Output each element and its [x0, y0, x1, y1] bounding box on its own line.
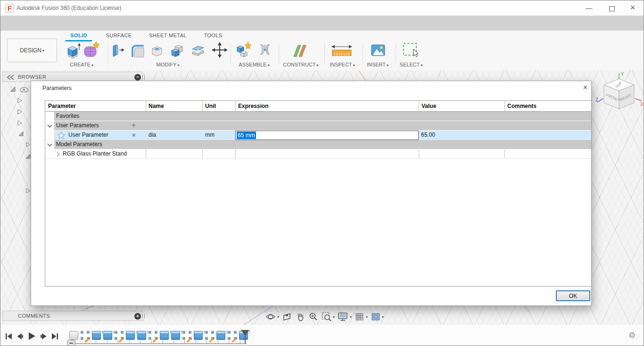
group-inspect[interactable]: INSPECT▾ — [330, 62, 355, 67]
pan-icon[interactable] — [295, 312, 305, 322]
collapse-panel-icon[interactable] — [7, 74, 14, 80]
expand-arrow-icon[interactable] — [26, 142, 30, 147]
chevron-down-icon[interactable] — [47, 143, 52, 147]
tab-tools[interactable]: TOOLS — [204, 33, 222, 38]
look-at-icon[interactable] — [282, 312, 292, 322]
maximize-button[interactable] — [602, 0, 622, 15]
new-component-icon[interactable] — [235, 41, 253, 59]
tab-sheet-metal[interactable]: SHEET METAL — [149, 33, 187, 38]
timeline-item-extrude-icon[interactable] — [160, 331, 169, 340]
timeline-item-extrude-icon[interactable] — [171, 331, 180, 340]
timeline-go-to-end-icon[interactable] — [51, 333, 58, 340]
timeline-item-sketch-icon[interactable] — [115, 331, 124, 340]
expression-input[interactable]: 65 mm — [235, 131, 419, 140]
timeline-item-sketch-icon[interactable] — [228, 331, 237, 340]
comments-expand-icon[interactable]: + — [134, 313, 141, 320]
move-icon[interactable] — [212, 42, 228, 58]
group-modify[interactable]: MODIFY▾ — [157, 62, 180, 67]
timeline-item-extrude-icon[interactable] — [92, 331, 101, 340]
timeline-item-sketch-icon[interactable] — [205, 331, 214, 340]
fillet-icon[interactable] — [130, 43, 146, 59]
timeline-zoom-handle[interactable] — [67, 340, 75, 346]
expand-arrow-icon[interactable] — [17, 109, 22, 115]
expression-selected-text: 65 mm — [237, 132, 256, 139]
construct-plane-icon[interactable] — [292, 42, 309, 59]
timeline-item-extrude-icon[interactable] — [103, 331, 112, 340]
close-window-button[interactable]: × — [622, 0, 643, 15]
timeline-go-to-start-icon[interactable] — [5, 333, 12, 340]
group-construct[interactable]: CONSTRUCT▾ — [283, 62, 318, 67]
ok-button[interactable]: OK — [556, 290, 590, 301]
select-icon[interactable] — [402, 42, 421, 59]
combine-icon[interactable] — [169, 43, 185, 59]
timeline-play-icon[interactable] — [28, 332, 36, 340]
timeline-step-forward-icon[interactable] — [40, 333, 47, 340]
display-settings-icon[interactable]: ▾ — [338, 312, 352, 322]
table-row-model-parameters[interactable]: Model Parameters — [45, 140, 591, 149]
expand-arrow-icon[interactable] — [17, 98, 22, 103]
group-insert[interactable]: INSERT▾ — [367, 62, 388, 67]
delete-parameter-icon[interactable]: × — [132, 132, 136, 139]
design-menu-label: DESIGN — [20, 47, 41, 54]
parameters-table: Parameter Name Unit Expression Value Com… — [45, 100, 592, 287]
group-separator — [324, 43, 325, 65]
viewports-caret-icon: ▾ — [382, 315, 384, 319]
timeline-item-origin-icon[interactable] — [69, 331, 78, 340]
chevron-down-icon[interactable] — [47, 124, 52, 128]
visibility-eye-icon[interactable] — [20, 87, 28, 92]
expand-arrow-icon[interactable] — [17, 120, 22, 126]
group-create[interactable]: CREATE▾ — [70, 62, 93, 67]
timeline-item-sketch-icon[interactable] — [81, 331, 90, 340]
table-row-component[interactable]: RGB Glass Planter Stand — [45, 149, 591, 159]
timeline-item-extrude-icon[interactable] — [216, 331, 225, 340]
param-name[interactable]: dia — [149, 132, 156, 138]
joint-icon[interactable] — [257, 42, 273, 59]
group-separator — [108, 43, 108, 65]
timeline-step-back-icon[interactable] — [17, 333, 24, 340]
expand-triangle-icon[interactable] — [25, 154, 31, 159]
split-body-icon[interactable] — [190, 43, 206, 59]
press-pull-icon[interactable] — [110, 43, 126, 59]
timeline-item-sketch-icon[interactable] — [182, 331, 191, 340]
expand-arrow-icon[interactable] — [26, 188, 30, 193]
shell-icon[interactable] — [149, 43, 165, 59]
row-label: RGB Glass Planter Stand — [63, 150, 127, 157]
dialog-close-icon[interactable]: × — [583, 83, 587, 92]
timeline-track[interactable] — [70, 343, 247, 344]
chevron-right-icon[interactable] — [57, 152, 60, 157]
comments-grip-icon[interactable] — [142, 313, 145, 319]
viewcube[interactable]: Y X Z TOP FRONT RIGHT — [595, 71, 644, 118]
timeline-item-extrude-icon[interactable] — [126, 331, 135, 340]
extrude-icon[interactable] — [66, 42, 82, 60]
tab-solid[interactable]: SOLID — [70, 33, 87, 38]
expand-triangle-icon[interactable] — [18, 131, 24, 136]
comments-panel-header[interactable]: COMMENTS + — [2, 311, 143, 321]
row-label: Model Parameters — [56, 141, 102, 148]
timeline-item-extrude-icon[interactable] — [137, 331, 146, 340]
timeline-settings-gear-icon[interactable]: ⚙ — [628, 330, 636, 340]
minimize-button[interactable]: — — [578, 0, 599, 15]
zoom-icon[interactable] — [308, 312, 319, 322]
browser-collapse-icon[interactable]: − — [134, 74, 141, 81]
timeline-item-extrude-icon[interactable] — [194, 331, 203, 340]
tab-surface[interactable]: SURFACE — [106, 33, 132, 38]
zoom-window-icon[interactable]: ▾ — [322, 312, 335, 322]
table-row-favorites[interactable]: Favorites — [45, 112, 591, 121]
group-assemble[interactable]: ASSEMBLE▾ — [239, 62, 269, 67]
design-workspace-menu[interactable]: DESIGN▾ — [7, 39, 57, 62]
timeline-item-sketch-icon[interactable] — [149, 331, 157, 340]
add-parameter-button[interactable]: + — [132, 121, 136, 130]
create-form-icon[interactable] — [83, 41, 100, 59]
viewports-icon[interactable]: ▾ — [371, 312, 384, 322]
measure-icon[interactable] — [330, 44, 353, 58]
grid-settings-icon[interactable]: ▾ — [355, 312, 368, 322]
orbit-icon[interactable]: ▾ — [266, 312, 279, 322]
group-separator — [363, 43, 363, 65]
table-row-user-parameters[interactable]: User Parameters + — [45, 121, 591, 131]
expand-triangle-icon[interactable] — [10, 86, 16, 92]
favorite-star-icon[interactable] — [58, 132, 65, 139]
browser-grip-icon[interactable] — [142, 74, 145, 80]
group-select[interactable]: SELECT▾ — [400, 62, 423, 67]
table-row-user-parameter[interactable]: User Parameter × dia mm 65 mm 65.00 — [45, 131, 591, 140]
insert-canvas-icon[interactable] — [370, 43, 386, 58]
